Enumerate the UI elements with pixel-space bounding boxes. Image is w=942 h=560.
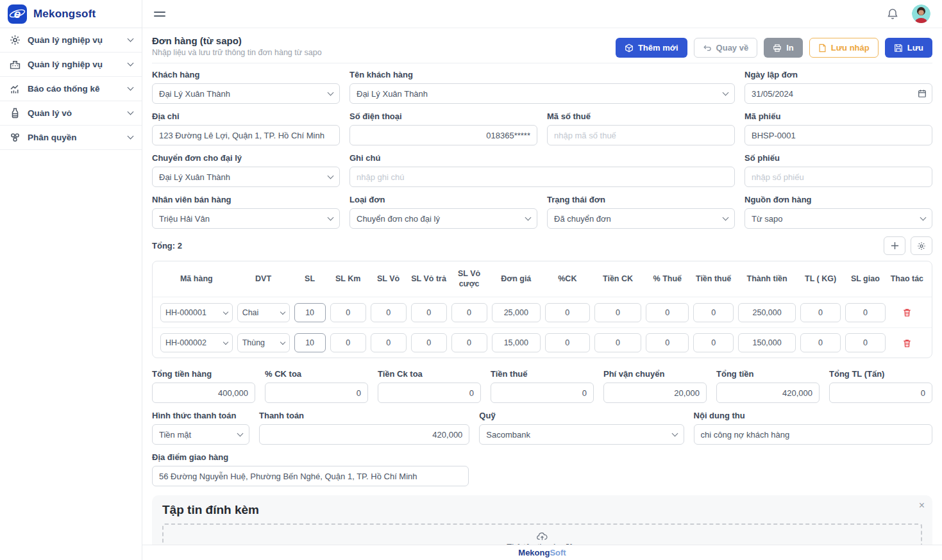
discount-amt-input[interactable] (594, 303, 642, 322)
salesperson-label: Nhân viên bán hàng (152, 195, 340, 204)
tax-amt-input[interactable] (693, 333, 734, 352)
payment-method-select[interactable]: Tiền mặt (152, 424, 249, 445)
close-icon[interactable]: × (919, 500, 925, 511)
discount-amt-input[interactable] (378, 383, 481, 403)
tax-code-label: Mã số thuế (547, 111, 735, 121)
save-button[interactable]: Lưu (885, 38, 932, 58)
sidebar-item-quan-ly-nghiep-vu-1[interactable]: Quản lý nghiệp vụ (0, 28, 142, 53)
phone-input[interactable] (349, 125, 537, 145)
product-code-select[interactable]: HH-000001 (160, 303, 233, 322)
qty-shell-input[interactable] (371, 333, 407, 352)
tax-amt-input[interactable] (693, 303, 734, 322)
total-goods-label: Tổng tiền hàng (152, 369, 255, 379)
product-code-select[interactable]: HH-000002 (160, 333, 233, 352)
delivered-qty-input[interactable] (845, 333, 886, 352)
unit-price-input[interactable] (492, 333, 541, 352)
discount-pct-input[interactable] (265, 383, 368, 403)
customer-select[interactable]: Đại Lý Xuân Thành (152, 83, 340, 104)
delete-row-button[interactable] (902, 308, 912, 317)
weight-input[interactable] (800, 303, 841, 322)
cloud-upload-icon (537, 532, 548, 541)
user-avatar[interactable] (912, 4, 930, 23)
delivery-field: Địa điểm giao hàng (152, 452, 469, 486)
qty-shell-return-input[interactable] (411, 333, 447, 352)
payment-amount-field: Thanh toán (259, 411, 469, 445)
address-input[interactable] (152, 125, 340, 145)
unit-price-input[interactable] (492, 303, 541, 322)
tax-pct-input[interactable] (646, 333, 689, 352)
discount-pct-input[interactable] (545, 303, 590, 322)
order-date-label: Ngày lập đơn (744, 70, 932, 79)
save-draft-button[interactable]: Lưu nháp (809, 38, 879, 58)
sidebar-item-quan-ly-nghiep-vu-2[interactable]: Quản lý nghiệp vụ (0, 53, 142, 77)
unit-select[interactable]: Chai (237, 303, 290, 322)
customer-name-select[interactable]: Đại Lý Xuân Thành (349, 83, 735, 104)
calendar-icon[interactable] (918, 89, 927, 98)
tax-code-input[interactable] (547, 125, 735, 145)
qty-shell-deposit-input[interactable] (451, 333, 487, 352)
qty-input[interactable] (294, 333, 326, 352)
transfer-agent-label: Chuyển đơn cho đại lý (152, 153, 340, 163)
brand-logo[interactable]: e Mekongsoft (0, 0, 142, 28)
sidebar-item-label: Quản lý nghiệp vụ (28, 60, 121, 69)
discount-amt-input[interactable] (594, 333, 642, 352)
menu-toggle-icon[interactable] (154, 9, 165, 19)
total-goods-input[interactable] (152, 383, 255, 403)
print-label: In (786, 43, 794, 53)
sidebar-item-bao-cao-thong-ke[interactable]: Báo cáo thống kê (0, 77, 142, 101)
address-field: Địa chỉ (152, 111, 340, 145)
order-source-select[interactable]: Từ sapo (744, 208, 932, 229)
order-type-select[interactable]: Chuyển đơn cho đại lý (349, 208, 537, 229)
phone-field: Số điện thoại (349, 111, 537, 145)
product-code-value: HH-000002 (165, 338, 224, 347)
app-window: e Mekongsoft Quản lý nghiệp vụ Quản lý n… (0, 0, 942, 560)
salesperson-field: Nhân viên bán hàng Triệu Hải Vân (152, 195, 340, 229)
file-dropzone[interactable]: Thả tập tin vào đây (162, 523, 922, 545)
grand-total-input[interactable] (716, 383, 820, 403)
sidebar-item-phan-quyen[interactable]: Phân quyền (0, 126, 142, 150)
tax-pct-input[interactable] (646, 303, 689, 322)
order-status-select[interactable]: Đã chuyển đơn (547, 208, 735, 229)
delivered-qty-input[interactable] (845, 303, 886, 322)
total-weight-input[interactable] (829, 383, 932, 403)
summary-row: Tổng tiền hàng % CK toa Tiền Ck toa Tiền… (152, 369, 932, 403)
line-total-input[interactable] (738, 333, 796, 352)
qty-shell-return-input[interactable] (411, 303, 447, 322)
notification-bell-icon[interactable] (886, 8, 899, 21)
qty-shell-deposit-input[interactable] (451, 303, 487, 322)
table-settings-button[interactable] (911, 236, 932, 255)
tax-amount-input[interactable] (491, 383, 594, 403)
voucher-number-input[interactable] (744, 167, 932, 187)
fund-select[interactable]: Sacombank (479, 424, 684, 445)
line-total-input[interactable] (738, 303, 796, 322)
salesperson-select[interactable]: Triệu Hải Vân (152, 208, 340, 229)
product-code-value: HH-000001 (165, 308, 224, 317)
sidebar-item-quan-ly-vo[interactable]: Quản lý vỏ (0, 101, 142, 126)
note-input[interactable] (349, 167, 735, 187)
back-button[interactable]: Quay về (694, 38, 758, 58)
add-row-button[interactable] (884, 236, 905, 255)
qty-input[interactable] (294, 303, 326, 322)
qty-km-input[interactable] (330, 333, 366, 352)
delete-row-button[interactable] (902, 338, 912, 348)
unit-select[interactable]: Thùng (237, 333, 290, 352)
payment-amount-input[interactable] (259, 424, 469, 445)
print-button[interactable]: In (764, 38, 803, 58)
chevron-down-icon (128, 60, 134, 67)
transfer-agent-select[interactable]: Đại Lý Xuân Thành (152, 167, 340, 187)
voucher-code-input[interactable] (744, 125, 932, 145)
discount-pct-input[interactable] (545, 333, 590, 352)
add-new-button[interactable]: Thêm mới (616, 38, 687, 58)
qty-km-input[interactable] (330, 303, 366, 322)
delivery-input[interactable] (152, 466, 469, 486)
trash-icon (902, 338, 912, 348)
receipt-content-input[interactable] (694, 424, 932, 445)
qty-shell-input[interactable] (371, 303, 407, 322)
weight-input[interactable] (800, 333, 841, 352)
shipping-fee-input[interactable] (603, 383, 707, 403)
back-label: Quay về (716, 43, 749, 53)
share-nodes-icon (9, 132, 21, 144)
order-date-input[interactable] (744, 83, 932, 104)
chevron-down-icon (723, 90, 729, 96)
chevron-down-icon (237, 431, 244, 437)
